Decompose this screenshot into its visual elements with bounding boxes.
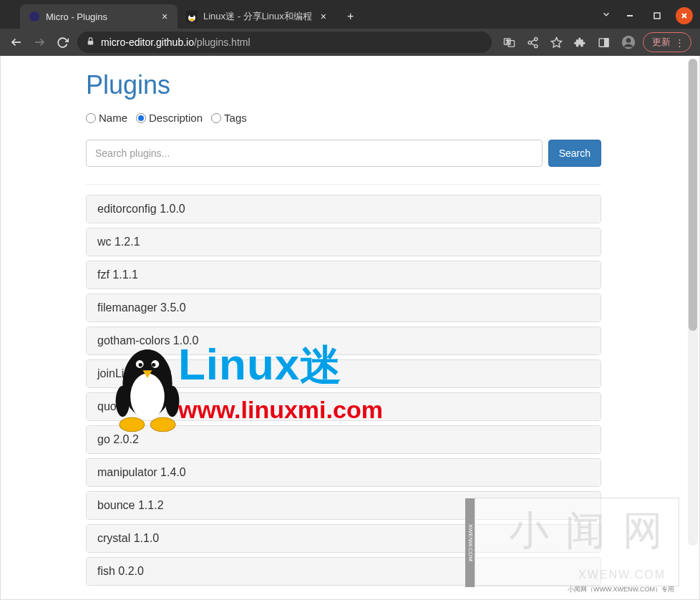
plugin-panel[interactable]: filemanager 3.5.0 [86,294,601,322]
profile-icon[interactable] [621,35,636,49]
url-text: micro-editor.github.io/plugins.html [101,37,251,48]
window-minimize-button[interactable] [621,7,638,24]
radio-icon [136,113,146,123]
window-close-button[interactable] [676,7,693,24]
favicon-linuxmi [186,11,198,22]
plugin-heading: bounce 1.1.2 [87,492,601,519]
tab-title: Linux迷 - 分享Linux和编程 [203,10,312,23]
plugin-heading: joinLines 1.0.0 [87,360,601,387]
browser-tab-inactive[interactable]: Linux迷 - 分享Linux和编程 × [178,4,336,29]
svg-rect-23 [605,38,608,46]
plugin-panel[interactable]: editorconfig 1.0.0 [86,195,601,223]
plugin-heading: crystal 1.1.0 [87,525,601,552]
plugin-heading: go 2.0.2 [87,426,601,453]
side-panel-icon[interactable] [598,37,610,49]
plugin-heading: editorconfig 1.0.0 [87,195,601,223]
svg-point-17 [535,44,538,47]
filter-description[interactable]: Description [136,112,203,124]
plugin-heading: fish 0.2.0 [87,558,601,585]
plugin-heading: manipulator 1.4.0 [87,459,601,486]
svg-text:文: 文 [506,39,510,44]
scrollbar-track[interactable] [688,59,698,546]
filter-name[interactable]: Name [86,112,127,124]
svg-rect-4 [190,19,194,21]
filter-radios: Name Description Tags [86,112,601,124]
plugin-panel[interactable]: quoter 1.0.2 [86,392,601,421]
new-tab-button[interactable]: + [341,6,361,26]
page-title: Plugins [86,70,601,100]
close-icon[interactable]: × [318,11,329,22]
lock-icon [86,37,95,48]
filter-tags[interactable]: Tags [211,112,247,124]
svg-rect-6 [654,13,660,19]
divider [86,184,601,185]
plugin-panel[interactable]: fish 0.2.0 [86,557,601,586]
star-icon[interactable] [550,37,563,49]
svg-line-19 [531,43,535,45]
plugin-heading: filemanager 3.5.0 [87,294,601,321]
browser-tab-active[interactable]: Micro - Plugins × [20,4,178,29]
reload-button[interactable] [54,37,70,49]
svg-rect-11 [88,41,94,44]
back-button[interactable] [9,36,24,49]
svg-point-3 [190,13,194,17]
plugin-list: editorconfig 1.0.0wc 1.2.1fzf 1.1.1filem… [86,195,601,586]
radio-icon [211,113,221,123]
extensions-icon[interactable] [574,37,586,49]
plugin-heading: quoter 1.0.2 [87,393,601,420]
plugin-panel[interactable]: gotham-colors 1.0.0 [86,326,601,355]
plugin-heading: gotham-colors 1.0.0 [87,327,601,354]
plugin-panel[interactable]: manipulator 1.4.0 [86,458,601,487]
plugin-panel[interactable]: go 2.0.2 [86,425,601,454]
address-bar[interactable]: micro-editor.github.io/plugins.html [77,32,492,53]
plugin-heading: fzf 1.1.1 [87,261,601,289]
radio-icon [86,113,96,123]
favicon-micro [29,11,40,22]
svg-point-0 [29,11,39,21]
scrollbar-thumb[interactable] [689,59,697,331]
plugin-panel[interactable]: joinLines 1.0.0 [86,359,601,388]
svg-point-16 [528,41,531,44]
plugin-panel[interactable]: bounce 1.1.2 [86,491,601,520]
plugin-heading: wc 1.2.1 [87,228,601,256]
close-icon[interactable]: × [159,11,170,22]
forward-button[interactable] [31,36,47,49]
plugin-panel[interactable]: crystal 1.1.0 [86,524,601,553]
tab-title: Micro - Plugins [46,11,153,22]
plugin-panel[interactable]: wc 1.2.1 [86,228,601,256]
plugin-panel[interactable]: fzf 1.1.1 [86,261,601,289]
window-titlebar: Micro - Plugins × Linux迷 - 分享Linux和编程 × … [0,0,700,29]
update-button[interactable]: 更新 ⋮ [643,32,691,52]
svg-point-15 [535,37,538,40]
window-maximize-button[interactable] [648,7,666,24]
share-icon[interactable] [527,37,539,49]
chevron-down-icon[interactable] [601,9,611,22]
translate-icon[interactable]: 文 [503,37,515,49]
svg-point-25 [626,38,631,43]
page-content: Plugins Name Description Tags Search [1,56,686,599]
kebab-icon: ⋮ [675,37,684,48]
search-input[interactable] [86,140,543,167]
svg-marker-20 [551,37,561,47]
svg-line-18 [531,39,535,42]
browser-toolbar: micro-editor.github.io/plugins.html 文 更新… [0,29,700,56]
search-button[interactable]: Search [548,140,601,167]
page-viewport: Plugins Name Description Tags Search [0,56,700,600]
titlebar-right [601,7,700,29]
